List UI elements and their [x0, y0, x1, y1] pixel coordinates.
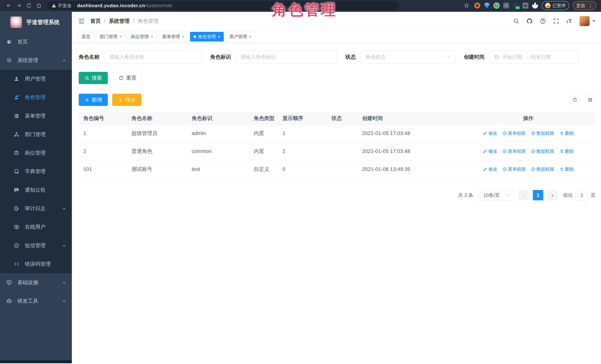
sidebar-item-online-users[interactable]: 在线用户	[0, 218, 72, 236]
menu-permission-link[interactable]: 菜单权限	[502, 166, 526, 172]
data-permission-link[interactable]: 数据权限	[531, 166, 554, 172]
data-permission-link[interactable]: 数据权限	[531, 148, 554, 154]
sidebar-item-infrastructure[interactable]: 基础设施	[0, 273, 72, 292]
search-actions: 搜索 重置	[79, 72, 595, 84]
search-button[interactable]: 搜索	[79, 72, 108, 84]
avatar[interactable]	[580, 16, 590, 26]
data-permission-link[interactable]: 数据权限	[531, 130, 554, 136]
tab-posts[interactable]: 岗位管理×	[127, 32, 157, 41]
sidebar-logo[interactable]: 芋道管理系统	[0, 12, 72, 33]
close-icon[interactable]: ×	[249, 34, 251, 39]
menu-permission-link[interactable]: 菜单权限	[502, 148, 526, 154]
extension-icon-gem[interactable]	[484, 3, 490, 9]
menu-permission-link[interactable]: 菜单权限	[502, 130, 526, 136]
page-unit-label: 页	[591, 192, 595, 198]
paused-pill[interactable]: 已暂停	[542, 1, 569, 10]
paused-label: 已暂停	[552, 3, 566, 9]
download-icon	[118, 97, 123, 102]
sidebar-item-sms[interactable]: 短信管理	[0, 236, 72, 255]
sidebar-item-menus[interactable]: 菜单管理	[0, 107, 72, 125]
delete-link[interactable]: 删除	[560, 148, 574, 154]
goto-label: 前往	[563, 192, 573, 198]
extension-icon-switch[interactable]: on	[513, 3, 519, 9]
sidebar-item-error-codes[interactable]: 错误码管理	[0, 255, 72, 273]
browser-home-button[interactable]	[35, 1, 43, 10]
sidebar-item-home[interactable]: 首页	[0, 33, 72, 51]
sidebar-item-label: 用户管理	[25, 75, 46, 82]
close-icon[interactable]: ×	[119, 34, 122, 39]
browser-forward-button[interactable]	[15, 1, 23, 10]
tab-menus[interactable]: 菜单管理×	[159, 32, 188, 41]
date-end-placeholder: 结束日期	[531, 54, 551, 60]
extension-icon-translate[interactable]	[503, 3, 509, 9]
breadcrumb-system[interactable]: 系统管理	[109, 18, 130, 25]
font-size-icon[interactable]: TT	[566, 18, 572, 24]
sidebar-item-dev-tools[interactable]: 研发工具	[0, 292, 72, 310]
prev-page-button[interactable]: ‹	[518, 190, 529, 200]
close-icon[interactable]: ×	[150, 34, 153, 39]
sidebar-item-system[interactable]: 系统管理	[0, 51, 72, 70]
next-page-button[interactable]: ›	[547, 190, 558, 200]
delete-link[interactable]: 删除	[560, 166, 574, 172]
reset-button[interactable]: 重置	[113, 72, 142, 84]
export-button[interactable]: 导出	[112, 94, 141, 106]
sidebar: 芋道管理系统 首页 系统管理 用户管理	[0, 12, 72, 363]
close-icon[interactable]: ×	[182, 34, 184, 39]
edit-link[interactable]: 修改	[483, 130, 497, 136]
tab-users[interactable]: 用户管理×	[226, 32, 255, 41]
extension-icon-green[interactable]: 7	[494, 3, 500, 9]
caret-down-icon	[592, 20, 595, 22]
sidebar-item-roles[interactable]: 角色管理	[0, 88, 72, 107]
sidebar-item-departments[interactable]: 部门管理	[0, 125, 72, 144]
role-name: 测试账号	[127, 166, 187, 173]
tab-departments[interactable]: 部门管理×	[96, 32, 125, 41]
extensions-puzzle-icon[interactable]	[532, 3, 538, 9]
hamburger-fold-icon[interactable]	[78, 17, 86, 25]
extension-icon-monkey[interactable]	[522, 3, 528, 9]
plus-icon	[84, 97, 90, 102]
goto-page-input[interactable]	[576, 190, 588, 200]
refresh-table-button[interactable]	[570, 94, 580, 105]
col-header: 角色标识	[187, 115, 249, 122]
sidebar-item-audit-log[interactable]: 审计日志	[0, 199, 72, 218]
browser-back-button[interactable]	[5, 1, 13, 10]
sidebar-item-users[interactable]: 用户管理	[0, 70, 72, 88]
column-settings-button[interactable]	[585, 94, 595, 105]
edit-link[interactable]: 修改	[483, 166, 497, 172]
trash-icon	[560, 131, 564, 136]
role-name-input[interactable]	[104, 50, 202, 64]
sidebar-item-posts[interactable]: 岗位管理	[0, 144, 72, 162]
search-icon[interactable]	[513, 18, 520, 25]
add-button[interactable]: 新增	[79, 94, 108, 106]
browser-reload-button[interactable]	[25, 1, 33, 10]
browser-address-bar[interactable]: 不安全 dashboard.yudao.iocoder.cn/system/ro…	[47, 1, 399, 10]
bookmark-star-icon[interactable]	[462, 1, 471, 10]
page-1-button[interactable]: 1	[533, 190, 543, 200]
browser-update-button[interactable]: 更新 ⋮	[573, 1, 596, 10]
sidebar-item-dict[interactable]: 字典管理	[0, 162, 72, 181]
page-size-select[interactable]: 10条/页	[478, 190, 514, 200]
extension-icon-orange[interactable]	[474, 3, 480, 9]
emoji-face-icon	[545, 3, 551, 8]
help-icon[interactable]	[539, 18, 546, 25]
user-menu[interactable]	[580, 16, 595, 26]
browser-menu-icon[interactable]: ⋮	[588, 3, 593, 9]
close-icon[interactable]: ×	[218, 34, 220, 39]
fullscreen-icon[interactable]	[553, 18, 560, 25]
tab-home[interactable]: 首页	[78, 32, 94, 41]
security-warning[interactable]: 不安全	[51, 3, 72, 9]
date-range-separator: -	[526, 54, 528, 60]
sidebar-item-label: 错误码管理	[25, 260, 51, 267]
role-key-input[interactable]	[235, 50, 337, 64]
tab-roles[interactable]: 角色管理×	[190, 32, 224, 41]
update-label: 更新	[576, 3, 585, 9]
sidebar-item-notice[interactable]: 通知公告	[0, 181, 72, 199]
edit-link[interactable]: 修改	[483, 148, 497, 154]
trash-icon	[560, 167, 564, 171]
status-select[interactable]: 角色状态	[360, 50, 456, 64]
date-range-picker[interactable]: 开始日期 - 结束日期	[489, 50, 579, 64]
github-icon[interactable]	[526, 18, 533, 25]
breadcrumb-home[interactable]: 首页	[90, 18, 101, 25]
delete-link[interactable]: 删除	[560, 130, 574, 136]
user-icon	[14, 76, 19, 82]
